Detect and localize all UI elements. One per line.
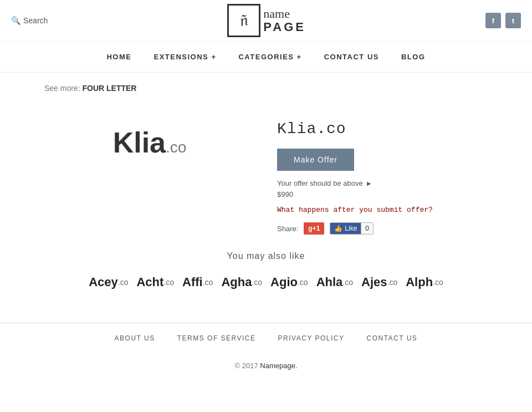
main-content: Klia.co Klia.co Make Offer Your offer sh…	[0, 104, 532, 323]
domain-logo-display: Klia.co	[113, 126, 187, 159]
nav-item-contact[interactable]: CONTACT US	[324, 50, 379, 64]
domain-name: Ahla	[316, 275, 343, 289]
twitter-button[interactable]: t	[505, 13, 521, 28]
search-label: Search	[23, 16, 48, 25]
breadcrumb-link[interactable]: FOUR LETTER	[82, 84, 136, 93]
offer-faq-link[interactable]: What happens after you submit offer?	[277, 206, 433, 214]
offer-price: $990	[277, 190, 488, 199]
google-plus-button[interactable]: g+1	[304, 222, 324, 235]
logo[interactable]: ñ name PAGE	[227, 4, 306, 37]
fb-count: 0	[361, 223, 373, 234]
list-item[interactable]: Alph.co	[406, 275, 443, 289]
share-row: Share: g+1 👍 Like 0	[277, 222, 488, 235]
search-area[interactable]: 🔍 Search	[11, 16, 48, 25]
facebook-button[interactable]: f	[485, 13, 501, 28]
nav-item-blog[interactable]: BLOG	[401, 50, 426, 64]
list-item[interactable]: Acht.co	[136, 275, 174, 289]
list-item[interactable]: Agha.co	[221, 275, 262, 289]
domain-ext: .co	[118, 278, 129, 287]
domain-logo-name: Klia	[113, 126, 166, 159]
search-icon: 🔍	[11, 16, 21, 25]
product-section: Klia.co Klia.co Make Offer Your offer sh…	[44, 115, 488, 235]
nav-item-extensions[interactable]: EXTENSIONS +	[154, 50, 216, 64]
offer-hint: Your offer should be above ►	[277, 179, 488, 187]
footer-link-contact[interactable]: CONTACT US	[366, 334, 417, 342]
footer-link-about[interactable]: ABOUT US	[115, 334, 155, 342]
social-icons: f t	[485, 13, 521, 28]
footer-link-privacy[interactable]: PRIVACY POLICY	[278, 334, 345, 342]
footer-copyright: © 2017 Namepage.	[0, 353, 532, 384]
footer-links: ABOUT US TERMS OF SERVICE PRIVACY POLICY…	[0, 323, 532, 353]
domain-name: Ajes	[361, 275, 387, 289]
logo-page: PAGE	[263, 21, 306, 34]
logo-name: name	[263, 7, 306, 21]
fb-thumb-icon: 👍	[334, 225, 342, 232]
make-offer-button[interactable]: Make Offer	[277, 149, 354, 171]
facebook-like-button[interactable]: 👍 Like 0	[330, 222, 374, 235]
product-info: Klia.co Make Offer Your offer should be …	[277, 115, 488, 235]
nav-item-home[interactable]: HOME	[106, 50, 131, 64]
nav-item-categories[interactable]: CATEGORIES +	[238, 50, 301, 64]
main-nav: HOME EXTENSIONS + CATEGORIES + CONTACT U…	[0, 42, 532, 73]
share-label: Share:	[277, 225, 298, 233]
list-item[interactable]: Affi.co	[182, 275, 213, 289]
domain-ext: .co	[203, 278, 213, 287]
domain-ext: .co	[252, 278, 262, 287]
footer-link-terms[interactable]: TERMS OF SERVICE	[177, 334, 256, 342]
fb-like-inner: 👍 Like	[330, 223, 361, 234]
product-image: Klia.co	[44, 115, 255, 235]
header: 🔍 Search ñ name PAGE f t	[0, 0, 532, 42]
domain-ext: .co	[433, 278, 443, 287]
fb-like-label: Like	[345, 225, 357, 232]
offer-arrow-icon: ►	[366, 180, 372, 187]
domain-name: Acey	[89, 275, 118, 289]
domain-name: Agha	[221, 275, 252, 289]
also-like-title: You may also like	[44, 251, 488, 261]
domain-ext: .co	[342, 278, 353, 287]
logo-symbol: ñ	[239, 11, 249, 30]
list-item[interactable]: Ajes.co	[361, 275, 397, 289]
twitter-icon: t	[512, 17, 514, 25]
facebook-icon: f	[492, 17, 494, 25]
domain-grid: Acey.co Acht.co Affi.co Agha.co Agio.co …	[44, 275, 488, 289]
logo-box: ñ	[227, 4, 260, 37]
also-like-section: You may also like Acey.co Acht.co Affi.c…	[44, 235, 488, 301]
domain-name: Alph	[406, 275, 433, 289]
domain-name: Agio	[270, 275, 298, 289]
logo-text: name PAGE	[263, 7, 306, 34]
domain-ext: .co	[298, 278, 308, 287]
domain-name: Acht	[136, 275, 163, 289]
domain-ext: .co	[163, 278, 174, 287]
domain-name: Affi	[182, 275, 203, 289]
product-title: Klia.co	[277, 120, 488, 138]
domain-logo-ext: .co	[166, 139, 186, 156]
domain-ext: .co	[387, 278, 398, 287]
list-item[interactable]: Agio.co	[270, 275, 308, 289]
list-item[interactable]: Acey.co	[89, 275, 128, 289]
list-item[interactable]: Ahla.co	[316, 275, 353, 289]
footer-brand-link[interactable]: Namepage.	[260, 362, 297, 370]
breadcrumb-see-more: See more:	[44, 84, 80, 93]
breadcrumb: See more: FOUR LETTER	[0, 73, 532, 104]
